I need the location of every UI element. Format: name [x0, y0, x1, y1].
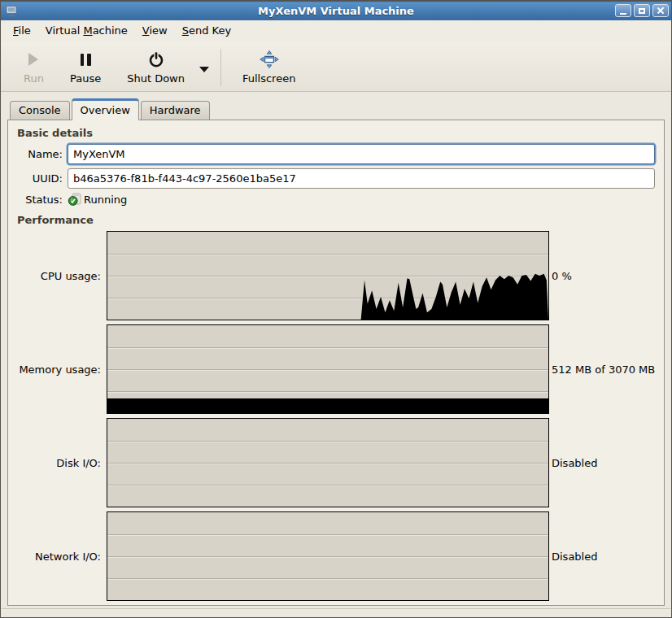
title-bar[interactable]: MyXenVM Virtual Machine — [1, 1, 671, 20]
performance-heading: Performance — [17, 214, 656, 226]
toolbar-separator — [220, 49, 221, 86]
memory-usage-row: Memory usage: 512 MB of 3070 MB — [16, 324, 656, 414]
fullscreen-button[interactable]: Fullscreen — [229, 46, 308, 86]
chevron-down-icon — [199, 67, 209, 72]
tab-overview[interactable]: Overview — [72, 98, 139, 120]
tab-console[interactable]: Console — [10, 101, 70, 120]
maximize-button[interactable] — [634, 4, 650, 17]
network-io-graph — [107, 511, 549, 601]
minimize-button[interactable] — [615, 4, 631, 17]
network-io-value: Disabled — [549, 551, 597, 563]
status-label: Status: — [16, 194, 63, 206]
cpu-usage-graph — [107, 231, 549, 320]
shutdown-button[interactable]: Shut Down — [114, 46, 198, 86]
menu-view[interactable]: View — [135, 20, 175, 41]
memory-usage-label: Memory usage: — [16, 363, 107, 376]
uuid-label: UUID: — [16, 172, 63, 185]
cpu-usage-series — [107, 232, 548, 320]
app-window: MyXenVM Virtual Machine File Virtual Mac… — [0, 0, 672, 618]
memory-usage-series — [107, 325, 548, 413]
status-row: Status: Running — [16, 193, 656, 207]
window-controls — [615, 4, 669, 17]
disk-io-value: Disabled — [549, 457, 597, 469]
pause-button[interactable]: Pause — [57, 46, 114, 86]
menu-file[interactable]: File — [6, 20, 38, 41]
play-icon — [28, 49, 38, 70]
disk-io-series — [107, 419, 548, 507]
window-title: MyXenVM Virtual Machine — [1, 5, 671, 17]
tab-bar: Console Overview Hardware — [1, 98, 671, 120]
vm-uuid-input[interactable] — [68, 168, 655, 189]
cpu-usage-row: CPU usage: 0 % — [16, 231, 656, 320]
power-icon — [146, 49, 166, 70]
disk-io-row: Disk I/O: Disabled — [16, 418, 656, 507]
maximize-icon — [639, 8, 645, 14]
memory-usage-value: 512 MB of 3070 MB — [549, 363, 655, 376]
disk-io-graph — [107, 418, 549, 507]
run-button[interactable]: Run — [11, 46, 57, 86]
tab-hardware[interactable]: Hardware — [141, 101, 210, 120]
toolbar: Run Pause Shut Down — [1, 41, 671, 92]
pause-icon — [81, 49, 91, 70]
vm-running-icon — [68, 193, 81, 207]
fullscreen-icon — [259, 49, 280, 70]
disk-io-label: Disk I/O: — [16, 457, 107, 469]
overview-page: Basic details Name: UUID: Status: Runnin… — [7, 120, 665, 606]
menu-bar: File Virtual Machine View Send Key — [1, 20, 671, 41]
memory-usage-graph — [107, 324, 549, 414]
cpu-usage-label: CPU usage: — [16, 270, 107, 282]
network-io-row: Network I/O: Disabled — [16, 511, 656, 601]
app-window-icon — [5, 4, 19, 18]
uuid-row: UUID: — [16, 168, 656, 189]
close-icon — [657, 7, 665, 15]
basic-details-heading: Basic details — [17, 127, 656, 139]
minimize-icon — [620, 13, 626, 15]
status-value: Running — [84, 194, 127, 206]
name-row: Name: — [16, 144, 656, 164]
close-button[interactable] — [652, 4, 669, 17]
menu-send-key[interactable]: Send Key — [175, 20, 238, 41]
network-io-label: Network I/O: — [16, 551, 107, 563]
menu-virtual-machine[interactable]: Virtual Machine — [38, 20, 135, 41]
shutdown-menu-button[interactable] — [198, 46, 217, 72]
vm-name-input[interactable] — [68, 144, 655, 164]
status-bar — [2, 608, 670, 618]
network-io-series — [107, 512, 548, 600]
name-label: Name: — [16, 148, 63, 160]
cpu-usage-value: 0 % — [549, 270, 572, 282]
